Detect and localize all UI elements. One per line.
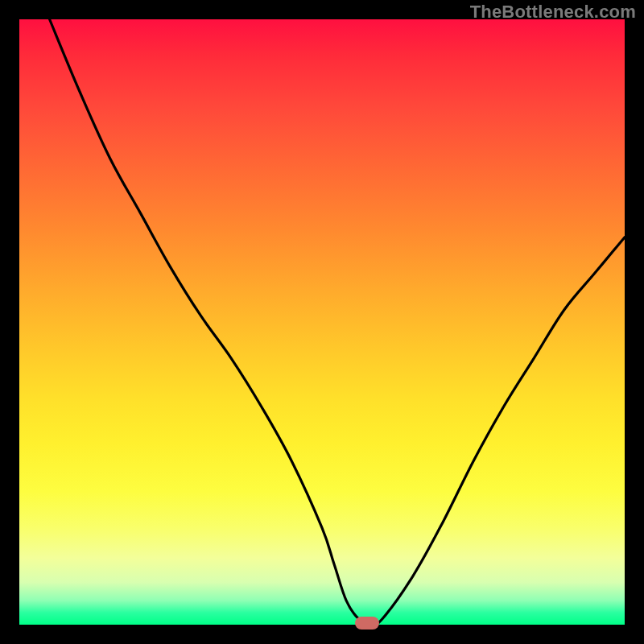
chart-plot-area [19,19,625,625]
trough-marker [355,617,379,630]
curve-path [50,19,625,625]
bottleneck-curve [19,19,625,625]
chart-frame: TheBottleneck.com [0,0,644,644]
